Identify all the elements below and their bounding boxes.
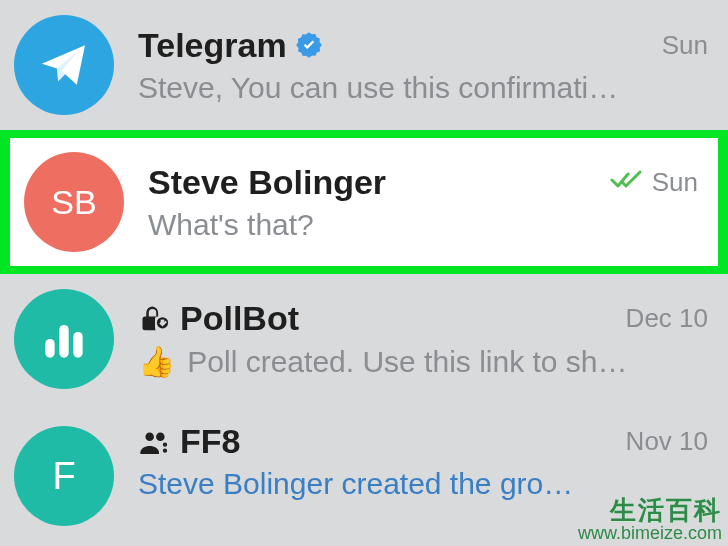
svg-point-5	[145, 432, 154, 441]
chat-header: Steve Bolinger Sun	[148, 163, 698, 202]
chat-content: Telegram Sun Steve, You can use this con…	[138, 26, 708, 105]
chat-header: Telegram Sun	[138, 26, 708, 65]
chat-row-ff8[interactable]: F FF8	[0, 404, 728, 540]
chat-content: FF8 Nov 10 Steve Bolinger created the gr…	[138, 422, 708, 501]
svg-point-8	[163, 448, 167, 452]
thumbs-up-emoji: 👍	[138, 345, 175, 378]
avatar-text: F	[52, 455, 75, 498]
lock-icon	[138, 302, 172, 336]
chat-title: FF8	[180, 422, 240, 461]
chat-time: Sun	[652, 167, 698, 198]
svg-rect-0	[45, 339, 54, 358]
chat-content: PollBot Dec 10 👍 Poll created. Use this …	[138, 299, 708, 379]
chat-preview: 👍 Poll created. Use this link to sh…	[138, 344, 638, 379]
bars-icon	[36, 311, 92, 367]
chat-preview: Steve, You can use this confirmati…	[138, 71, 638, 105]
avatar-initials: F	[14, 426, 114, 526]
read-receipt-icon	[610, 168, 644, 196]
verified-icon	[295, 31, 323, 59]
avatar-telegram	[14, 15, 114, 115]
avatar-initials: SB	[24, 152, 124, 252]
chat-list: Telegram Sun Steve, You can use this con…	[0, 0, 728, 540]
svg-rect-1	[59, 325, 68, 358]
avatar-text: SB	[51, 183, 96, 222]
chat-title: Telegram	[138, 26, 287, 65]
chat-row-pollbot[interactable]: PollBot Dec 10 👍 Poll created. Use this …	[0, 274, 728, 404]
paper-plane-icon	[36, 37, 92, 93]
chat-preview: Steve Bolinger created the gro…	[138, 467, 638, 501]
chat-content: Steve Bolinger Sun What's that?	[148, 163, 698, 242]
chat-time: Nov 10	[626, 426, 708, 457]
svg-rect-2	[73, 332, 82, 358]
svg-point-7	[163, 442, 167, 446]
chat-preview: What's that?	[148, 208, 648, 242]
chat-preview-text: Poll created. Use this link to sh…	[179, 345, 628, 378]
chat-title: Steve Bolinger	[148, 163, 386, 202]
svg-point-6	[156, 432, 165, 441]
chat-time: Dec 10	[626, 303, 708, 334]
avatar-pollbot	[14, 289, 114, 389]
chat-title: PollBot	[180, 299, 299, 338]
chat-time: Sun	[662, 30, 708, 61]
chat-header: PollBot Dec 10	[138, 299, 708, 338]
chat-header: FF8 Nov 10	[138, 422, 708, 461]
chat-row-steve-bolinger[interactable]: SB Steve Bolinger Sun What's that?	[0, 130, 728, 274]
chat-row-telegram[interactable]: Telegram Sun Steve, You can use this con…	[0, 0, 728, 130]
group-icon	[138, 425, 172, 459]
